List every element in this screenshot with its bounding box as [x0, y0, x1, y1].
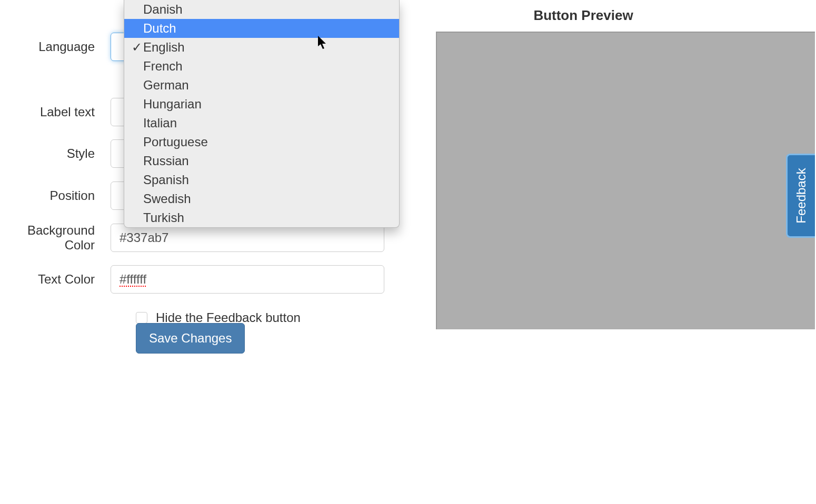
dropdown-item-label: Dutch — [143, 21, 176, 36]
dropdown-item-label: Russian — [143, 154, 189, 168]
labeltext-label: Label text — [0, 105, 111, 119]
textcolor-input[interactable]: #ffffff — [111, 265, 384, 294]
dropdown-item-label: Danish — [143, 2, 183, 17]
dropdown-item-label: English — [143, 40, 185, 55]
style-label: Style — [0, 146, 111, 161]
checkmark-icon: ✓ — [131, 40, 143, 55]
preview-pane: Feedback — [436, 32, 815, 329]
dropdown-item-label: Italian — [143, 116, 177, 130]
dropdown-item-dutch[interactable]: Dutch — [124, 19, 399, 38]
hide-feedback-checkbox[interactable] — [136, 312, 147, 324]
feedback-tab-label: Feedback — [794, 168, 809, 223]
dropdown-item-label: Hungarian — [143, 97, 202, 112]
bgcolor-label: Background Color — [0, 223, 111, 253]
dropdown-item-swedish[interactable]: Swedish — [124, 189, 399, 208]
language-dropdown-menu[interactable]: DanishDutch✓EnglishFrenchGermanHungarian… — [124, 0, 400, 228]
dropdown-item-danish[interactable]: Danish — [124, 0, 399, 19]
dropdown-item-russian[interactable]: Russian — [124, 152, 399, 170]
dropdown-item-spanish[interactable]: Spanish — [124, 170, 399, 189]
feedback-tab[interactable]: Feedback — [786, 154, 815, 238]
dropdown-item-english[interactable]: ✓English — [124, 38, 399, 57]
dropdown-item-german[interactable]: German — [124, 76, 399, 95]
dropdown-item-label: Portuguese — [143, 135, 208, 149]
dropdown-item-italian[interactable]: Italian — [124, 114, 399, 133]
textcolor-label: Text Color — [0, 272, 111, 287]
bgcolor-input[interactable] — [111, 224, 384, 252]
dropdown-item-label: French — [143, 59, 183, 74]
dropdown-item-label: Turkish — [143, 210, 184, 225]
preview-title: Button Preview — [436, 7, 731, 24]
dropdown-item-label: German — [143, 78, 189, 93]
dropdown-item-portuguese[interactable]: Portuguese — [124, 133, 399, 152]
dropdown-item-label: Spanish — [143, 173, 189, 187]
language-label: Language — [0, 39, 111, 54]
dropdown-item-label: Swedish — [143, 191, 191, 206]
dropdown-item-hungarian[interactable]: Hungarian — [124, 95, 399, 114]
dropdown-item-french[interactable]: French — [124, 57, 399, 76]
save-button[interactable]: Save Changes — [136, 323, 245, 354]
dropdown-item-turkish[interactable]: Turkish — [124, 208, 399, 227]
position-label: Position — [0, 188, 111, 203]
